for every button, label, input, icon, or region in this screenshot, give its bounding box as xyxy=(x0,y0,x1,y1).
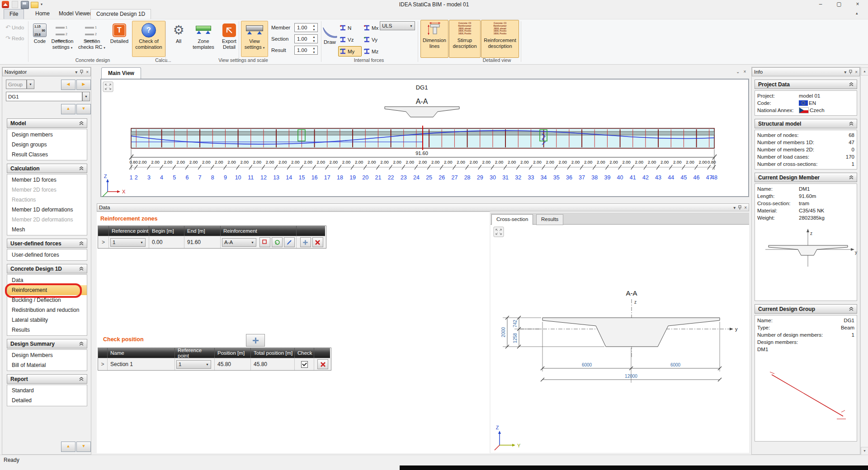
cp-reference-point-select[interactable]: 1▼ xyxy=(176,360,211,369)
nav-section-calculation[interactable]: Calculation xyxy=(7,164,87,173)
undo-button[interactable]: ↶Undo xyxy=(5,24,24,31)
force-button-vz[interactable]: Vz xyxy=(338,34,362,45)
info-collapse-icon[interactable]: ▾ xyxy=(844,70,846,75)
sidebar-item-reinforcement[interactable]: Reinforcement xyxy=(7,285,87,295)
nav-section-concrete-design-1d[interactable]: Concrete Design 1D xyxy=(7,264,87,273)
check-checkbox[interactable] xyxy=(301,361,308,368)
tab-home[interactable]: Home xyxy=(30,9,55,19)
group-mode-select[interactable]: Group ▼ xyxy=(6,80,34,89)
project-data-header[interactable]: Project Data xyxy=(755,80,857,89)
nav-section-design-summary[interactable]: Design Summary xyxy=(7,339,87,348)
main-view-unpin-icon[interactable]: ⌄ xyxy=(736,69,740,74)
refresh-zone-icon[interactable] xyxy=(272,237,283,247)
sidebar-item-design-members[interactable]: Design Members xyxy=(7,350,87,360)
data-close-icon[interactable]: × xyxy=(744,205,747,210)
tab-file[interactable]: File xyxy=(4,9,24,20)
sidebar-item-member-1d-deformations[interactable]: Member 1D deformations xyxy=(7,205,87,215)
nav-section-user-defined-forces[interactable]: User-defined forces xyxy=(7,239,87,248)
dimension-lines-button[interactable]: Dimension lines xyxy=(420,20,448,58)
member-scale-spinner[interactable]: 1.00▲▼ xyxy=(294,23,318,32)
copy-zone-icon[interactable] xyxy=(259,237,270,247)
tab-main-view[interactable]: Main View xyxy=(101,67,141,79)
calculate-all-button[interactable]: ⚙ All xyxy=(167,21,190,57)
close-button[interactable]: × xyxy=(849,0,867,9)
main-view-expand-icon[interactable] xyxy=(103,82,113,92)
row-selector[interactable]: > xyxy=(98,236,109,248)
sidebar-item-design-groups[interactable]: Design groups xyxy=(7,140,87,150)
force-button-vy[interactable]: Vy xyxy=(362,34,386,45)
sidebar-item-member-1d-forces[interactable]: Member 1D forces xyxy=(7,175,87,185)
cross-section-expand-icon[interactable] xyxy=(494,227,504,237)
view-settings-button[interactable]: View settings ▾ xyxy=(241,21,268,57)
force-button-my[interactable]: My xyxy=(338,46,362,56)
sidebar-item-redistribution-and-reduction[interactable]: Redistribution and reduction xyxy=(7,305,87,315)
tab-cross-section[interactable]: Cross-section xyxy=(491,214,533,225)
sidebar-item-user-defined-forces[interactable]: User-defined forces xyxy=(7,250,87,260)
nav-section-report[interactable]: Report xyxy=(7,374,87,384)
section-scale-spinner[interactable]: 1.00▲▼ xyxy=(294,34,318,43)
sidebar-item-standard[interactable]: Standard xyxy=(7,385,87,395)
force-button-n[interactable]: N xyxy=(338,23,362,33)
row-selector[interactable]: > xyxy=(98,358,108,370)
sidebar-item-buckling-deflection[interactable]: Buckling / Deflection xyxy=(7,295,87,305)
section-checks-rc-button[interactable]: 1 2 3 Section checks RC ▾ xyxy=(77,21,107,57)
delete-check-position-button[interactable] xyxy=(317,359,328,369)
main-view-close-icon[interactable]: × xyxy=(743,69,746,74)
deflection-settings-button[interactable]: 1 2 3 Deflection settings ▾ xyxy=(48,21,77,57)
reference-point-select[interactable]: 1▼ xyxy=(110,238,146,247)
design-group-select[interactable]: DG1 ▼ xyxy=(6,92,90,101)
maximize-button[interactable]: ▢ xyxy=(830,0,848,9)
structural-model-header[interactable]: Structural model xyxy=(755,119,857,128)
navigator-bottom-up-button[interactable]: ▲ xyxy=(61,442,75,452)
previous-item-button[interactable]: ▲ xyxy=(61,104,75,114)
data-pin-icon[interactable] xyxy=(738,205,742,210)
sidebar-item-lateral-stability[interactable]: Lateral stability xyxy=(7,315,87,325)
tab-concrete-design-1d[interactable]: Concrete Design 1D xyxy=(90,9,151,19)
check-of-combination-button[interactable]: ? Check of combination xyxy=(132,21,165,57)
stirrup-description-button[interactable]: Concrete: C3Reinforcemer2Φ16, elevati1Φ1… xyxy=(449,20,481,58)
sidebar-item-bill-of-material[interactable]: Bill of Material xyxy=(7,360,87,370)
minimize-button[interactable]: – xyxy=(811,0,830,9)
sidebar-item-results[interactable]: Results xyxy=(7,325,87,335)
nav-section-model[interactable]: Model xyxy=(7,118,87,128)
sidebar-item-result-classes[interactable]: Result Classes xyxy=(7,150,87,160)
next-item-button[interactable]: ▼ xyxy=(76,104,91,114)
delete-zone-button[interactable] xyxy=(312,237,323,247)
data-collapse-icon[interactable]: ▾ xyxy=(733,205,736,210)
sidebar-item-data[interactable]: Data xyxy=(7,275,87,285)
export-detail-button[interactable]: Export Detail xyxy=(217,21,241,57)
result-scale-spinner[interactable]: 1.00▲▼ xyxy=(294,46,318,55)
force-button-mz[interactable]: Mz xyxy=(362,46,386,56)
reinforcement-select[interactable]: A-A▼ xyxy=(222,238,256,247)
code-button[interactable]: 1.15 90 25.8 Code xyxy=(31,21,49,57)
cp-name-cell[interactable]: Section 1 xyxy=(108,358,175,370)
previous-group-button[interactable]: ◀ xyxy=(61,80,75,90)
navigator-close-icon[interactable]: × xyxy=(86,70,89,75)
add-zone-button[interactable] xyxy=(300,237,311,247)
reinforcement-description-button[interactable]: Concrete: C3Reinforcemer2Φ16, elevati1Φ1… xyxy=(481,20,519,58)
rz-end-cell[interactable]: 91.60 xyxy=(184,236,221,248)
add-check-position-button[interactable] xyxy=(246,334,265,347)
detailed-button[interactable]: T Detailed xyxy=(107,21,132,57)
rz-begin-cell[interactable]: 0.00 xyxy=(149,236,184,248)
navigator-pin-icon[interactable] xyxy=(80,70,84,75)
edit-pencil-icon[interactable] xyxy=(284,237,295,247)
tab-results[interactable]: Results xyxy=(536,214,563,225)
navigator-collapse-icon[interactable]: ▾ xyxy=(75,70,77,75)
next-group-button[interactable]: ▶ xyxy=(76,80,91,90)
cp-position-cell[interactable]: 45.80 xyxy=(215,358,251,370)
sidebar-item-mesh[interactable]: Mesh xyxy=(7,225,87,235)
navigator-bottom-down-button[interactable]: ▼ xyxy=(76,442,91,452)
current-design-group-header[interactable]: Current Design Group xyxy=(755,304,857,314)
redo-button[interactable]: ↷Redo xyxy=(5,35,24,42)
scroll-down-icon[interactable]: ▼ xyxy=(861,447,868,455)
info-close-icon[interactable]: × xyxy=(855,70,858,75)
sidebar-item-design-members[interactable]: Design members xyxy=(7,130,87,140)
current-design-member-header[interactable]: Current Design Member xyxy=(755,173,857,182)
combination-select[interactable]: ULS▼ xyxy=(380,21,415,30)
zone-templates-button[interactable]: Zone templates xyxy=(190,21,217,57)
cp-total-position-cell[interactable]: 45.80 xyxy=(251,358,295,370)
info-scrollbar[interactable] xyxy=(860,67,868,455)
ribbon-collapse-icon[interactable]: ▴ xyxy=(856,11,858,15)
sidebar-item-detailed[interactable]: Detailed xyxy=(7,395,87,405)
